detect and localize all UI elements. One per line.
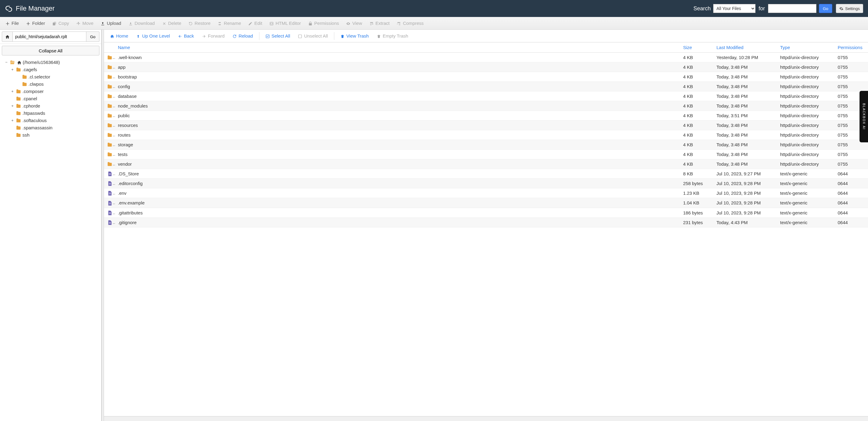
cpanel-icon — [5, 4, 13, 12]
cell-name: config — [115, 82, 680, 92]
restore-button[interactable]: Restore — [185, 19, 214, 28]
table-row[interactable]: .editorconfig258 bytesJul 10, 2023, 9:28… — [104, 179, 868, 188]
table-row[interactable]: .env1.23 KBJul 10, 2023, 9:28 PMtext/x-g… — [104, 188, 868, 198]
cell-type: httpd/unix-directory — [777, 82, 835, 92]
compress-button[interactable]: Compress — [394, 19, 427, 28]
pane-resizer[interactable] — [101, 30, 104, 421]
reload-icon — [232, 33, 237, 38]
tree-item[interactable]: + .cphorde — [3, 102, 101, 109]
view-button[interactable]: View — [343, 19, 365, 28]
search-scope-select[interactable]: All Your Files — [713, 4, 755, 13]
table-row[interactable]: .well-known4 KBYesterday, 10:28 PMhttpd/… — [104, 53, 868, 62]
upload-button[interactable]: Upload — [98, 19, 124, 28]
tree-item[interactable]: .cl.selector — [3, 73, 101, 80]
horizontal-scrollbar[interactable] — [104, 416, 868, 421]
table-row[interactable]: .gitignore231 bytesToday, 4:43 PMtext/x-… — [104, 218, 868, 227]
cell-size: 4 KB — [680, 62, 713, 72]
edit-button[interactable]: Edit — [245, 19, 265, 28]
cell-type: httpd/unix-directory — [777, 53, 835, 62]
table-row[interactable]: routes4 KBToday, 3:48 PMhttpd/unix-direc… — [104, 130, 868, 140]
view-trash-button[interactable]: View Trash — [337, 32, 372, 40]
new-file-button[interactable]: File — [2, 19, 22, 28]
col-modified[interactable]: Last Modified — [713, 42, 777, 53]
tree-item-label: .clwpos — [29, 82, 44, 87]
reload-button[interactable]: Reload — [229, 32, 256, 40]
upload-icon — [101, 21, 105, 26]
folder-icon — [16, 132, 21, 137]
select-all-button[interactable]: Select All — [262, 32, 293, 40]
home-button[interactable] — [2, 32, 13, 42]
tree-item[interactable]: ssh — [3, 131, 101, 138]
rename-button[interactable]: Rename — [215, 19, 244, 28]
collapse-all-button[interactable]: Collapse All — [2, 46, 99, 56]
nav-home-button[interactable]: Home — [107, 32, 131, 40]
table-row[interactable]: storage4 KBToday, 3:48 PMhttpd/unix-dire… — [104, 140, 868, 150]
empty-trash-button[interactable]: Empty Trash — [374, 32, 411, 40]
app-logo[interactable]: File Manager — [5, 4, 55, 12]
copy-button[interactable]: Copy — [50, 19, 72, 28]
table-row[interactable]: .DS_Store8 KBJul 10, 2023, 9:27 PMtext/x… — [104, 169, 868, 179]
tree-item[interactable]: .clwpos — [3, 80, 101, 88]
tree-item[interactable]: .htpasswds — [3, 109, 101, 117]
col-size[interactable]: Size — [680, 42, 713, 53]
table-row[interactable]: database4 KBToday, 3:48 PMhttpd/unix-dir… — [104, 92, 868, 101]
back-button[interactable]: Back — [175, 32, 197, 40]
tree-item[interactable]: + .cagefs — [3, 66, 101, 73]
delete-button[interactable]: Delete — [159, 19, 184, 28]
table-row[interactable]: .gitattributes186 bytesJul 10, 2023, 9:2… — [104, 208, 868, 218]
tree-item[interactable]: + .composer — [3, 88, 101, 95]
tree-item[interactable]: .cpanel — [3, 95, 101, 102]
search-input[interactable] — [768, 4, 816, 13]
edit-icon — [248, 21, 252, 26]
unselect-all-button[interactable]: Unselect All — [295, 32, 331, 40]
col-perms[interactable]: Permissions — [835, 42, 868, 53]
new-folder-button[interactable]: Folder — [23, 19, 48, 28]
forward-button[interactable]: Forward — [199, 32, 227, 40]
table-row[interactable]: node_modules4 KBToday, 3:48 PMhttpd/unix… — [104, 101, 868, 111]
cell-modified: Jul 10, 2023, 9:27 PM — [713, 169, 777, 179]
settings-button[interactable]: Settings — [836, 4, 863, 13]
path-go-button[interactable]: Go — [86, 32, 99, 42]
col-name[interactable]: Name — [115, 42, 680, 53]
table-row[interactable]: bootstrap4 KBToday, 3:48 PMhttpd/unix-di… — [104, 72, 868, 82]
right-pane: Home Up One Level Back Forward Reload Se… — [104, 30, 868, 421]
tree-toggle-icon[interactable]: + — [10, 104, 14, 108]
folder-icon — [104, 159, 115, 169]
up-one-level-button[interactable]: Up One Level — [133, 32, 173, 40]
tree-item[interactable]: .spamassassin — [3, 124, 101, 131]
table-row[interactable]: vendor4 KBToday, 3:48 PMhttpd/unix-direc… — [104, 159, 868, 169]
col-type[interactable]: Type — [777, 42, 835, 53]
folder-icon — [22, 81, 27, 87]
html-editor-button[interactable]: HTML Editor — [267, 19, 304, 28]
cell-name: app — [115, 62, 680, 72]
tree-item-label: .composer — [23, 89, 44, 94]
tree-item[interactable]: − (/home/u1563648) — [3, 59, 101, 66]
table-row[interactable]: .env.example1.04 KBJul 10, 2023, 9:28 PM… — [104, 198, 868, 208]
table-row[interactable]: tests4 KBToday, 3:48 PMhttpd/unix-direct… — [104, 150, 868, 159]
file-table-wrap[interactable]: Name Size Last Modified Type Permissions… — [104, 42, 868, 416]
permissions-button[interactable]: Permissions — [305, 19, 342, 28]
delete-icon — [162, 21, 166, 26]
search-go-button[interactable]: Go — [819, 4, 832, 13]
tree-toggle-icon[interactable]: + — [10, 67, 14, 72]
cell-type: text/x-generic — [777, 198, 835, 208]
table-row[interactable]: public4 KBToday, 3:51 PMhttpd/unix-direc… — [104, 111, 868, 121]
cell-size: 1.23 KB — [680, 188, 713, 198]
cell-modified: Today, 3:48 PM — [713, 130, 777, 140]
extract-button[interactable]: Extract — [366, 19, 393, 28]
lock-icon — [308, 21, 312, 26]
download-button[interactable]: Download — [125, 19, 158, 28]
tree-item-label: .cl.selector — [29, 74, 50, 79]
folder-tree[interactable]: − (/home/u1563648)+ .cagefs .cl.selector… — [0, 57, 101, 421]
tree-toggle-icon[interactable]: + — [10, 118, 14, 123]
tree-toggle-icon[interactable]: + — [10, 89, 14, 94]
tree-toggle-icon[interactable]: − — [4, 60, 8, 65]
table-row[interactable]: app4 KBToday, 3:48 PMhttpd/unix-director… — [104, 62, 868, 72]
path-input[interactable] — [13, 32, 86, 42]
cell-name: tests — [115, 150, 680, 159]
tree-item[interactable]: + .softaculous — [3, 117, 101, 124]
blackbox-ai-tab[interactable]: BLACKBOX AI — [860, 91, 868, 142]
table-row[interactable]: resources4 KBToday, 3:48 PMhttpd/unix-di… — [104, 121, 868, 130]
table-row[interactable]: config4 KBToday, 3:48 PMhttpd/unix-direc… — [104, 82, 868, 92]
move-button[interactable]: Move — [73, 19, 97, 28]
